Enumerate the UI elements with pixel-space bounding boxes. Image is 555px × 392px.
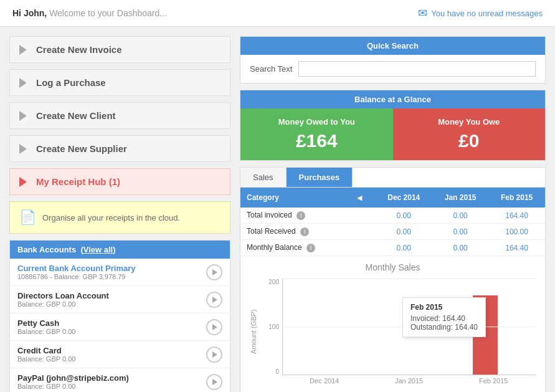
- tooltip-invoiced-value: 164.40: [442, 314, 465, 323]
- messages-text: You have no unread messages: [431, 9, 543, 18]
- row-dec: 0.00: [375, 224, 432, 240]
- search-input[interactable]: [298, 61, 536, 77]
- quick-search-box: Quick Search Search Text: [240, 36, 546, 84]
- greeting-name: Hi John,: [12, 8, 47, 18]
- tab-purchases[interactable]: Purchases: [287, 168, 353, 187]
- receipt-hub-button[interactable]: My Receipt Hub (1): [9, 168, 230, 195]
- chart-title: Monthly Sales: [250, 262, 536, 272]
- y-tick-200: 200: [268, 279, 279, 285]
- bank-account-info: Current Bank Account Primary 10886786 - …: [17, 264, 136, 280]
- document-icon: 📄: [19, 209, 36, 226]
- money-owed-panel: Money Owed to You £164: [240, 108, 393, 160]
- log-purchase-label: Log a Purchase: [36, 77, 106, 88]
- chart-container: Monthly Sales Amount (GBP) 200 100 0: [240, 256, 545, 392]
- account-play-btn[interactable]: [206, 319, 222, 335]
- left-panel: Create New Invoice Log a Purchase Create…: [9, 36, 230, 392]
- row-feb: 164.40: [488, 240, 545, 256]
- row-jan: 0.00: [432, 224, 488, 240]
- row-label: Total Received i: [240, 224, 344, 240]
- nav-back-button[interactable]: ◀: [353, 191, 366, 204]
- arrow-icon: [19, 45, 27, 55]
- col-category: Category: [240, 188, 344, 208]
- info-icon[interactable]: i: [306, 244, 315, 252]
- row-feb: 164.40: [488, 208, 545, 224]
- tooltip-title: Feb 2015: [410, 303, 478, 312]
- account-play-btn[interactable]: [206, 264, 222, 280]
- balance-title: Balance at a Glance: [354, 95, 431, 104]
- receipt-hub-label: My Receipt Hub (1): [36, 176, 120, 187]
- y-axis-label: Amount (GBP): [250, 279, 257, 385]
- greeting-welcome: Welcome to your Dashboard...: [49, 8, 167, 18]
- create-invoice-button[interactable]: Create New Invoice: [9, 36, 230, 63]
- bank-account-info: Petty Cash Balance: GBP 0.00: [17, 318, 75, 335]
- tooltip-outstanding-label: Outstanding:: [410, 323, 453, 332]
- col-nav: ◀: [344, 188, 376, 208]
- tab-sales[interactable]: Sales: [240, 168, 287, 187]
- balance-header: Balance at a Glance: [240, 90, 545, 108]
- y-tick-100: 100: [268, 323, 279, 330]
- create-supplier-label: Create New Supplier: [36, 143, 127, 154]
- row-label: Monthly Balance i: [240, 240, 344, 256]
- row-nav: [344, 208, 376, 224]
- account-name: Directors Loan Account: [17, 291, 109, 300]
- account-name: Petty Cash: [17, 318, 75, 328]
- top-bar: Hi John, Welcome to your Dashboard... ✉ …: [0, 0, 555, 27]
- col-jan2015: Jan 2015: [432, 188, 488, 208]
- row-nav: [344, 224, 376, 240]
- col-feb2015: Feb 2015: [488, 188, 545, 208]
- bank-account-item: Directors Loan Account Balance: GBP 0.00: [10, 286, 230, 313]
- bank-accounts-title: Bank Accounts: [17, 245, 76, 254]
- arrow-icon: [19, 111, 27, 121]
- money-owe-amount: £0: [406, 130, 533, 151]
- table-row: Total invoiced i 0.00 0.00 164.40: [240, 208, 545, 224]
- search-label: Search Text: [250, 64, 292, 74]
- account-play-btn[interactable]: [206, 292, 222, 308]
- x-label-jan: Jan 2015: [367, 377, 452, 385]
- arrow-icon: [19, 144, 27, 154]
- tooltip-invoiced: Invoiced: 164.40: [410, 314, 478, 323]
- table-row: Monthly Balance i 0.00 0.00 164.40: [240, 240, 545, 256]
- y-tick-0: 0: [275, 368, 279, 375]
- account-name: Credit Card: [17, 346, 75, 355]
- main-content: Create New Invoice Log a Purchase Create…: [0, 27, 555, 392]
- create-supplier-button[interactable]: Create New Supplier: [9, 135, 230, 162]
- balance-box: Balance at a Glance Money Owed to You £1…: [240, 90, 546, 161]
- receipt-note: 📄 Organise all your receipts in the clou…: [9, 201, 230, 234]
- gridline-top: [283, 279, 536, 279]
- chart-tooltip: Feb 2015 Invoiced: 164.40 Outstanding: 1…: [402, 297, 486, 337]
- row-feb: 100.00: [488, 224, 545, 240]
- account-sub: Balance: GBP 0.00: [17, 328, 75, 335]
- account-play-btn[interactable]: [206, 374, 222, 390]
- log-purchase-button[interactable]: Log a Purchase: [9, 69, 230, 96]
- quick-search-body: Search Text: [240, 55, 545, 83]
- row-dec: 0.00: [375, 240, 432, 256]
- messages-indicator[interactable]: ✉ You have no unread messages: [418, 6, 543, 20]
- bank-account-item: Current Bank Account Primary 10886786 - …: [10, 259, 230, 286]
- tooltip-outstanding-value: 164.40: [455, 323, 478, 332]
- account-name: Current Bank Account Primary: [17, 264, 136, 273]
- col-dec2014: Dec 2014: [375, 188, 432, 208]
- info-icon[interactable]: i: [296, 211, 305, 220]
- row-dec: 0.00: [375, 208, 432, 224]
- view-all-link[interactable]: View all: [83, 245, 113, 254]
- account-sub: Balance: GBP 0.00: [17, 300, 109, 308]
- create-client-button[interactable]: Create New Client: [9, 102, 230, 129]
- bank-account-info: Credit Card Balance: GBP 0.00: [17, 346, 75, 363]
- bank-account-info: Directors Loan Account Balance: GBP 0.00: [17, 291, 109, 308]
- x-label-dec: Dec 2014: [282, 377, 367, 385]
- create-invoice-label: Create New Invoice: [36, 44, 122, 55]
- bank-account-item: Petty Cash Balance: GBP 0.00: [10, 313, 230, 341]
- right-panel: Quick Search Search Text Balance at a Gl…: [240, 36, 546, 392]
- receipt-note-text: Organise all your receipts in the cloud.: [42, 213, 180, 222]
- x-label-feb: Feb 2015: [451, 377, 536, 385]
- row-label: Total invoiced i: [240, 208, 344, 224]
- info-icon[interactable]: i: [300, 227, 309, 236]
- tooltip-invoiced-label: Invoiced:: [410, 314, 440, 323]
- data-table: Category ◀ Dec 2014 Jan 2015 Feb 2015 To…: [240, 188, 545, 256]
- money-owed-label: Money Owed to You: [253, 117, 381, 127]
- account-play-btn[interactable]: [206, 347, 222, 363]
- quick-search-title: Quick Search: [367, 41, 419, 50]
- tabs-box: Sales Purchases Category ◀ Dec 2014 Jan …: [240, 167, 546, 392]
- row-jan: 0.00: [432, 208, 488, 224]
- account-name: PayPal (john@stripebiz.com): [17, 373, 129, 383]
